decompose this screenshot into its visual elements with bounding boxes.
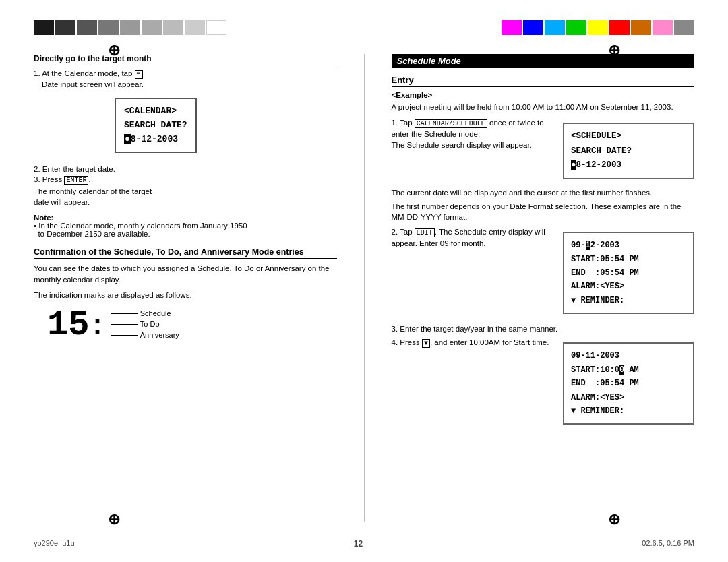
indicator-todo: To Do: [111, 320, 179, 328]
color-bar-right: [502, 20, 694, 35]
step-r4: 4. Press ▼, and enter 10:00AM for Start …: [392, 337, 695, 430]
color-block: [206, 20, 226, 35]
column-divider: [364, 54, 365, 522]
step-1-sub: Date input screen will appear.: [42, 80, 337, 88]
step-3-sub: The monthly calendar of the targetdate w…: [34, 186, 337, 208]
color-block: [609, 20, 630, 35]
note-section: Note: • In the Calendar mode, monthly ca…: [34, 214, 337, 238]
page-footer: yo290e_u1u 12 02.6.5, 0:16 PM: [34, 539, 694, 549]
step-r1: 1. Tap CALENDAR/SCHEDULE once or twice t…: [392, 117, 695, 185]
calendar-display-box: <CALENDAR> SEARCH DATE? ●8-12-2003: [115, 98, 197, 153]
schedule-box-1: <SCHEDULE> SEARCH DATE? ●8-12-2003: [563, 123, 694, 179]
indicator-anniversary: Anniversary: [111, 331, 179, 339]
sched2-line5: ▼ REMINDER:: [571, 294, 686, 307]
note-text: • In the Calendar mode, monthly calendar…: [34, 222, 247, 238]
sched3-line4: ALARM:<YES>: [571, 391, 686, 404]
indicator-diagram: 15: Schedule To Do Anniversary: [47, 308, 337, 343]
sched2-line1: 09-12-2003: [571, 239, 686, 252]
indicator-anniversary-label: Anniversary: [140, 331, 179, 339]
indicator-todo-label: To Do: [140, 320, 160, 328]
step-r2: 2. Tap EDIT. The Schedule entry display …: [392, 226, 695, 319]
sched3-line3: END :05:54 PM: [571, 377, 686, 390]
calendar-line1: <CALENDAR>: [124, 104, 187, 119]
section-title-calendar: Directly go to the target month: [34, 54, 337, 65]
confirm-section: Confirmation of the Schedule, To Do, and…: [34, 247, 337, 344]
note-label: Note:: [34, 214, 53, 222]
step-r1-content: 1. Tap CALENDAR/SCHEDULE once or twice t…: [392, 117, 695, 185]
schedule-box-2: 09-12-2003 START:05:54 PM END :05:54 PM …: [563, 232, 694, 314]
confirm-body2: The indication marks are displayed as fo…: [34, 290, 337, 301]
step-r2-text: 2. Tap EDIT. The Schedule entry display …: [392, 226, 557, 319]
step-2: 2. Enter the target date.: [34, 165, 337, 173]
indicator-schedule-label: Schedule: [140, 309, 171, 317]
sched3-line5: ▼ REMINDER:: [571, 404, 686, 418]
schedule-box-3: 09-11-2003 START:10:00 AM END :05:54 PM …: [563, 342, 694, 425]
step-r3: 3. Enter the target day/year in the same…: [392, 323, 695, 334]
color-block: [120, 20, 140, 35]
color-bar-left: [34, 20, 226, 35]
step-r1-text: 1. Tap CALENDAR/SCHEDULE once or twice t…: [392, 117, 550, 185]
calendar-line3: ●8-12-2003: [124, 133, 187, 147]
sched2-line3: END :05:54 PM: [571, 266, 686, 280]
color-block: [142, 20, 162, 35]
step-r4-text: 4. Press ▼, and enter 10:00AM for Start …: [392, 337, 557, 430]
btn-icon: ≡: [135, 70, 143, 79]
btn-down: ▼: [422, 339, 430, 348]
right-column: Schedule Mode Entry Example A project me…: [385, 54, 695, 522]
color-block: [588, 20, 608, 35]
color-block: [163, 20, 183, 35]
step-r1-sub: The Schedule search display will appear.: [392, 141, 550, 149]
btn-edit: EDIT: [415, 228, 435, 237]
main-content: Directly go to the target month 1. At th…: [34, 54, 694, 522]
color-block: [34, 20, 54, 35]
left-column: Directly go to the target month 1. At th…: [34, 54, 344, 522]
entry-section: Entry Example A project meeting will be …: [392, 75, 695, 430]
indicator-big-number: 15:: [47, 308, 105, 343]
sched1-line3: ●8-12-2003: [571, 158, 686, 173]
sched3-line1: 09-11-2003: [571, 349, 686, 363]
entry-title: Entry: [392, 75, 695, 87]
example-label: Example: [392, 91, 695, 99]
color-block: [653, 20, 673, 35]
color-block: [566, 20, 586, 35]
color-block: [631, 20, 651, 35]
sched3-line2: START:10:00 AM: [571, 363, 686, 377]
step-r-format-note: The first number depends on your Date Fo…: [392, 201, 695, 222]
step-r-cursor-note: The current date will be displayed and t…: [392, 187, 695, 198]
indicator-lines: Schedule To Do Anniversary: [111, 309, 179, 342]
btn-calendar-schedule: CALENDAR/SCHEDULE: [415, 119, 487, 128]
confirm-title: Confirmation of the Schedule, To Do, and…: [34, 247, 337, 259]
calendar-line2: SEARCH DATE?: [124, 119, 187, 133]
color-block: [545, 20, 565, 35]
color-block: [674, 20, 694, 35]
color-block: [502, 20, 522, 35]
step-r1-main: 1. Tap CALENDAR/SCHEDULE once or twice t…: [392, 117, 550, 139]
color-block: [98, 20, 119, 35]
color-block: [77, 20, 97, 35]
color-block: [523, 20, 543, 35]
sched2-line4: ALARM:<YES>: [571, 280, 686, 293]
step-1: 1. At the Calendar mode, tap ≡: [34, 69, 337, 78]
color-block: [185, 20, 205, 35]
sched1-line1: <SCHEDULE>: [571, 129, 686, 144]
enter-btn: ENTER: [64, 176, 88, 185]
color-block: [55, 20, 75, 35]
example-text: A project meeting will be held from 10:0…: [392, 102, 695, 113]
sched2-line2: START:05:54 PM: [571, 253, 686, 266]
step-3: 3. Press ENTER.: [34, 175, 337, 184]
indicator-schedule: Schedule: [111, 309, 179, 317]
step-list-calendar: 1. At the Calendar mode, tap ≡ Date inpu…: [34, 69, 337, 88]
confirm-body1: You can see the dates to which you assig…: [34, 263, 337, 286]
footer-right: 02.6.5, 0:16 PM: [642, 539, 694, 549]
footer-left: yo290e_u1u: [34, 539, 75, 549]
schedule-mode-header: Schedule Mode: [392, 54, 695, 68]
sched1-line2: SEARCH DATE?: [571, 144, 686, 158]
footer-center: 12: [354, 539, 363, 549]
